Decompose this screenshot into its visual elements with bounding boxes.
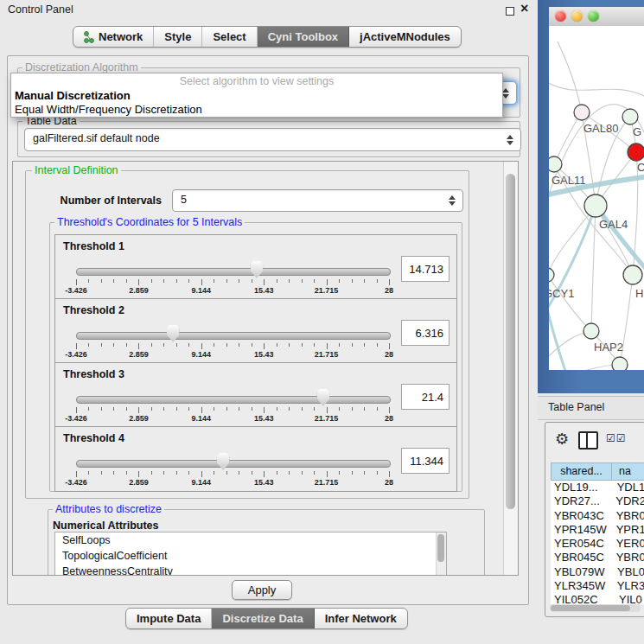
table-row[interactable]: YPR145WYPR1: [551, 523, 644, 537]
split-columns-icon[interactable]: [578, 431, 598, 450]
tick-mark: [289, 407, 290, 411]
column-header-name[interactable]: na: [612, 462, 644, 481]
tick-mark: [327, 407, 328, 413]
network-window-titlebar[interactable]: [549, 7, 644, 27]
network-canvas[interactable]: GAL80GCGAL11GAL4GCY1HHAP2: [549, 26, 644, 370]
table-row[interactable]: YLR345WYLR3: [551, 579, 644, 593]
cell-shared-name: YDR27...: [551, 494, 609, 508]
gear-icon[interactable]: ⚙: [555, 430, 569, 449]
cell-name: YDR2: [609, 494, 644, 508]
tick-mark: [188, 407, 189, 411]
scrollbar-thumb[interactable]: [437, 534, 444, 562]
network-node[interactable]: [584, 194, 607, 217]
network-view-window[interactable]: GAL80GCGAL11GAL4GCY1HHAP2: [538, 0, 644, 393]
settings-scrollbar[interactable]: [503, 162, 518, 575]
tab-impute-data[interactable]: Impute Data: [126, 609, 212, 628]
tab-cyni-toolbox[interactable]: Cyni Toolbox: [258, 27, 349, 47]
table-row[interactable]: YBR043CYBR0: [551, 509, 644, 523]
slider-thumb[interactable]: [167, 325, 180, 342]
slider-track[interactable]: [76, 396, 391, 404]
network-node[interactable]: [549, 268, 554, 282]
attribute-item[interactable]: BetweennessCentrality: [55, 564, 446, 576]
tick-label: 21.715: [315, 350, 339, 359]
slider-thumb[interactable]: [250, 261, 263, 278]
table-row[interactable]: YER054CYER0: [551, 537, 644, 551]
tick-mark: [176, 471, 177, 475]
threshold-slider[interactable]: -3.4262.8599.14415.4321.71528: [76, 455, 389, 489]
network-edge[interactable]: [549, 78, 644, 97]
apply-button[interactable]: Apply: [232, 580, 292, 600]
dropdown-option-equal-width[interactable]: Equal Width/Frequency Discretization: [15, 103, 202, 116]
table-row[interactable]: YBL079WYBL0: [551, 565, 644, 579]
threshold-label: Threshold 3: [63, 368, 124, 380]
dropdown-option-manual[interactable]: Manual Discretization: [15, 89, 131, 102]
threshold-slider[interactable]: -3.4262.8599.14415.4321.71528: [76, 263, 389, 297]
threshold-value-field[interactable]: 21.4: [401, 384, 450, 410]
numerical-attributes-list[interactable]: SelfLoopsTopologicalCoefficientBetweenne…: [54, 532, 447, 576]
network-edge[interactable]: [554, 112, 582, 164]
network-edge[interactable]: [549, 275, 591, 331]
tab-label: Impute Data: [137, 609, 201, 628]
checkbox-icons[interactable]: ☑☑: [606, 432, 627, 444]
network-node[interactable]: [549, 156, 562, 172]
network-edge[interactable]: [558, 41, 582, 112]
network-node[interactable]: [612, 357, 628, 370]
combo-stepper-icon[interactable]: [507, 135, 514, 145]
attribute-item[interactable]: TopologicalCoefficient: [55, 548, 446, 564]
zoom-traffic-light-icon[interactable]: [588, 10, 599, 22]
threshold-slider[interactable]: -3.4262.8599.14415.4321.71528: [76, 391, 389, 425]
network-node[interactable]: [622, 109, 638, 124]
combo-stepper-icon[interactable]: [502, 88, 510, 99]
tick-mark: [176, 343, 177, 347]
tick-label: 2.859: [129, 478, 149, 487]
network-node[interactable]: [623, 265, 642, 284]
tick-mark: [151, 279, 152, 283]
tab-infer-network[interactable]: Infer Network: [315, 609, 407, 628]
number-of-intervals-combobox[interactable]: 5: [172, 189, 463, 212]
slider-thumb[interactable]: [217, 453, 230, 470]
table-row[interactable]: YIL052CYIL0: [551, 593, 644, 604]
tick-label: 21.715: [315, 478, 339, 487]
close-traffic-light-icon[interactable]: [555, 10, 566, 22]
tick-mark: [277, 343, 277, 347]
dropdown-prompt[interactable]: Select algorithm to view settings: [11, 75, 502, 87]
threshold-value-field[interactable]: 11.344: [401, 448, 450, 474]
tick-label: 28: [385, 478, 393, 487]
list-scrollbar[interactable]: [436, 532, 446, 576]
close-icon[interactable]: ×: [520, 1, 528, 16]
table-row[interactable]: YDR27...YDR2: [551, 494, 644, 508]
tick-mark: [377, 471, 378, 475]
table-data-combobox[interactable]: galFiltered.sif default node: [24, 128, 521, 151]
slider-track[interactable]: [76, 332, 391, 340]
table-horizontal-scrollbar[interactable]: [550, 604, 641, 612]
threshold-value-field[interactable]: 6.316: [401, 320, 450, 346]
threshold-slider[interactable]: -3.4262.8599.14415.4321.71528: [76, 327, 389, 361]
slider-track[interactable]: [76, 460, 391, 468]
threshold-value-field[interactable]: 14.713: [401, 256, 450, 282]
network-edge[interactable]: [549, 365, 620, 370]
minimize-traffic-light-icon[interactable]: [571, 10, 583, 22]
slider-thumb[interactable]: [316, 389, 329, 406]
threshold-panel: Threshold 1-3.4262.8599.14415.4321.71528…: [54, 234, 457, 300]
combo-stepper-icon[interactable]: [449, 195, 456, 206]
float-window-icon[interactable]: [506, 7, 514, 16]
tab-network[interactable]: Network: [73, 27, 154, 47]
scrollbar-thumb[interactable]: [551, 605, 630, 611]
table-row[interactable]: YDL19...YDL1: [551, 481, 644, 494]
column-header-shared[interactable]: shared...: [551, 462, 612, 481]
number-of-intervals-value: 5: [181, 194, 187, 206]
scrollbar-thumb[interactable]: [506, 174, 515, 509]
tick-mark: [214, 343, 214, 347]
tab-discretize-data[interactable]: Discretize Data: [212, 609, 314, 628]
attribute-item[interactable]: SelfLoops: [55, 532, 446, 548]
tick-label: 9.144: [192, 350, 212, 359]
table-row[interactable]: YBR045CYBR0: [551, 551, 644, 564]
cell-shared-name: YLR345W: [551, 579, 610, 593]
network-node[interactable]: [628, 143, 644, 161]
tab-jactivemnodules[interactable]: jActiveMNodules: [349, 27, 461, 47]
network-node[interactable]: [574, 105, 590, 120]
tab-style[interactable]: Style: [154, 27, 202, 47]
network-node[interactable]: [583, 323, 599, 339]
tab-select[interactable]: Select: [202, 27, 257, 47]
slider-track[interactable]: [76, 268, 391, 276]
